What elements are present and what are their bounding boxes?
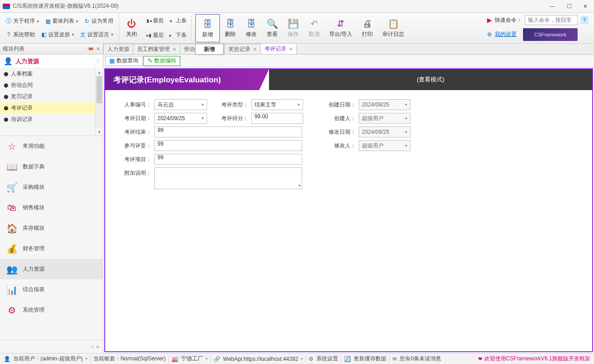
forms-list-button[interactable]: ▦窗体列表▾: [43, 16, 80, 26]
footer-icon-2[interactable]: »: [96, 344, 99, 350]
module-3[interactable]: 🛍销售模块: [0, 197, 103, 218]
eval-result-label: 考评结果：: [114, 126, 152, 136]
edit-icon: ✎: [147, 57, 152, 64]
tab-5[interactable]: 考评记录✕: [260, 43, 297, 54]
table-icon: ▦: [109, 57, 115, 64]
my-settings-link[interactable]: 我的设置: [495, 30, 517, 38]
tree-scrollbar[interactable]: ▴ ▾: [95, 68, 103, 136]
module-icon: 📊: [6, 284, 17, 295]
module-icon: 🛒: [6, 182, 17, 193]
menubar: ⓘ关于程序▾ ▦窗体列表▾ ↻设为常用 ?系统帮助 ◧设置皮肤▾ 文设置语言▾ …: [0, 13, 594, 44]
cube-icon: ⬢: [4, 82, 8, 89]
scroll-down-icon[interactable]: ▾: [96, 128, 103, 136]
module-1[interactable]: 📖数据字典: [0, 157, 103, 177]
sidebar-close-icon[interactable]: ✕: [96, 46, 100, 52]
gear-icon: ⚙: [487, 31, 492, 38]
tab-0[interactable]: 人力资源: [103, 44, 133, 54]
delete-button[interactable]: 🗄删除: [220, 14, 241, 43]
status-cache[interactable]: 更新缓存数据: [354, 355, 386, 363]
maximize-button[interactable]: ☐: [566, 3, 572, 10]
import-export-button[interactable]: ⇵导出/导入: [325, 14, 357, 43]
tab-4[interactable]: 奖惩记录✕: [224, 44, 261, 54]
subtab-edit[interactable]: ✎数据编辑: [143, 56, 180, 66]
tab-close-icon[interactable]: ✕: [253, 47, 257, 52]
nav-last[interactable]: ▸▮最后: [147, 31, 164, 39]
tree-item-1[interactable]: ⬢劳动合同: [0, 80, 95, 91]
factory-icon: 🏭: [172, 356, 178, 362]
eval-date-field[interactable]: 2024/09/25▾: [154, 113, 207, 124]
add-button[interactable]: 🗄新增: [197, 16, 218, 41]
tab-close-icon[interactable]: ✕: [289, 46, 293, 51]
audit-button[interactable]: 📋审计日志: [378, 14, 409, 43]
app-icon: [3, 4, 10, 9]
view-button[interactable]: 🔍查看: [262, 14, 283, 43]
mail-icon: ✉: [392, 356, 397, 362]
titlebar: C/S系统快速开发框架-旗舰版V6.1(2024-09) — ☐ ✕: [0, 0, 594, 13]
eval-type-field[interactable]: 结果主导▾: [251, 99, 303, 110]
item-label: 考评项目：: [114, 154, 152, 163]
tree-caption[interactable]: 👤 人力资源 〈: [0, 55, 103, 68]
first-icon: ▮◂: [147, 18, 151, 23]
nav-prev[interactable]: ◂上条: [169, 17, 187, 25]
module-icon: 📖: [6, 162, 17, 172]
judges-label: 参与评委：: [114, 140, 152, 150]
close-window-button[interactable]: ✕: [582, 3, 589, 10]
close-button[interactable]: ⏻关闭: [121, 14, 142, 43]
chevron-left-icon: 〈: [94, 57, 99, 65]
io-icon: ⇵: [335, 18, 347, 30]
save-icon: 💾: [287, 18, 299, 30]
lang-button[interactable]: 文设置语言▾: [78, 30, 115, 40]
module-7[interactable]: 📊综合报表: [0, 279, 103, 300]
status-user: 当前用户：(admin-超级用户): [13, 355, 83, 363]
status-webapi: WebApi:https://localhost:44392: [223, 356, 298, 362]
footer-icon-1[interactable]: ▫: [91, 344, 93, 350]
module-2[interactable]: 🛒采购模块: [0, 177, 103, 197]
score-field[interactable]: 99.00: [251, 113, 303, 124]
tree-item-2[interactable]: ⬢奖罚记录: [0, 91, 95, 102]
heart-icon: ❤: [478, 356, 482, 362]
link-icon: 🔗: [213, 356, 220, 362]
favorite-button[interactable]: ↻设为常用: [82, 16, 115, 26]
print-button[interactable]: 🖨打印: [357, 14, 378, 43]
tree-list: ⬢人事档案⬢劳动合同⬢奖罚记录⬢考评记录⬢培训记录: [0, 68, 95, 136]
about-button[interactable]: ⓘ关于程序▾: [4, 16, 41, 26]
nav-next[interactable]: ▸下条: [169, 31, 187, 39]
quick-cmd-input[interactable]: [525, 15, 578, 25]
module-4[interactable]: 🏠库存模块: [0, 218, 103, 238]
status-welcome: 欢迎使用CSFrameworkV6.1旗舰版开发框架: [484, 355, 590, 363]
remark-field[interactable]: ▾: [154, 167, 302, 189]
subtab-query[interactable]: ▦数据查询: [105, 56, 142, 66]
user-icon: 👤: [4, 356, 10, 362]
creator-label: 创建人：: [319, 113, 356, 122]
module-8[interactable]: ⚙系统管理: [0, 300, 103, 320]
help-button[interactable]: ?系统帮助: [4, 30, 37, 40]
quick-help-icon[interactable]: ?: [580, 16, 589, 24]
scroll-thumb[interactable]: [96, 76, 102, 103]
pin-icon[interactable]: 📌: [86, 45, 94, 53]
tree-item-4[interactable]: ⬢培训记录: [0, 114, 95, 125]
globe-icon: 文: [80, 31, 86, 38]
sidebar: 模块列表 📌 ✕ 👤 人力资源 〈 ⬢人事档案⬢劳动合同⬢奖罚记录⬢考评记录⬢培…: [0, 44, 103, 353]
eval-type-label: 考评类型：: [211, 99, 249, 109]
skin-button[interactable]: ◧设置皮肤▾: [39, 30, 76, 40]
module-list: ☆常用功能📖数据字典🛒采购模块🛍销售模块🏠库存模块💰财务管理👥人力资源📊综合报表…: [0, 136, 103, 339]
hr-no-field[interactable]: 马云总▾: [154, 99, 207, 110]
module-icon: 🛍: [6, 202, 17, 213]
status-msg[interactable]: 您有0条未读消息: [400, 355, 441, 363]
status-sys[interactable]: 系统设置: [316, 355, 338, 363]
tree-item-3[interactable]: ⬢考评记录: [0, 102, 95, 114]
minimize-button[interactable]: —: [549, 3, 556, 10]
tree-item-0[interactable]: ⬢人事档案: [0, 68, 95, 80]
nav-first[interactable]: ▮◂最前: [147, 17, 164, 25]
edit-button[interactable]: 🗄修改: [241, 14, 262, 43]
module-6[interactable]: 👥人力资源: [0, 259, 103, 279]
tab-1[interactable]: 员工档案管理✕: [133, 44, 180, 54]
db-edit-icon: 🗄: [245, 18, 257, 30]
last-icon: ▸▮: [147, 33, 151, 38]
module-0[interactable]: ☆常用功能: [0, 136, 103, 157]
module-icon: 🏠: [6, 223, 17, 234]
score-label: 考评得分：: [211, 113, 249, 122]
scroll-up-icon[interactable]: ▴: [96, 68, 103, 76]
tab-close-icon[interactable]: ✕: [173, 47, 176, 52]
module-5[interactable]: 💰财务管理: [0, 238, 103, 259]
